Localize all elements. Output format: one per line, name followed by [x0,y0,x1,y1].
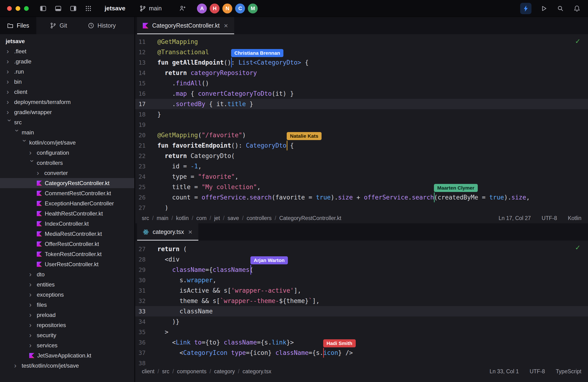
line-number[interactable]: 14 [135,69,146,76]
close-tab-icon[interactable]: × [223,22,229,29]
file-language[interactable]: TypeScript [556,368,581,375]
tree-item[interactable]: ›.run [0,67,134,77]
breadcrumb-item[interactable]: CategoryRestController.kt [279,215,341,222]
workspaces-grid-icon[interactable] [84,4,92,13]
tree-item[interactable]: ›deployments/terraform [0,97,134,107]
tree-item[interactable]: ›.gradle [0,56,134,67]
line-number[interactable]: 15 [135,80,146,87]
file-encoding[interactable]: UTF-8 [530,368,545,375]
line-number[interactable]: 18 [135,111,146,118]
breadcrumb-item[interactable]: src [142,215,149,222]
code-line[interactable]: 12@Transactional [135,47,588,57]
breadcrumb-item[interactable]: category.tsx [242,368,271,375]
tree-item[interactable]: MediaRestController.kt [0,229,134,239]
code-editor-kotlin[interactable]: ✓ 11@GetMapping12@Transactional13fun get… [135,34,588,213]
code-line[interactable]: 16 .map { convertCategoryToDto(it) } [135,89,588,99]
tree-item[interactable]: ›main [0,127,134,137]
line-number[interactable]: 27 [135,204,146,211]
line-number[interactable]: 19 [135,121,146,128]
line-number[interactable]: 36 [135,339,146,346]
line-number[interactable]: 16 [135,90,146,97]
line-number[interactable]: 32 [135,298,146,304]
line-number[interactable]: 13 [135,59,146,66]
smart-mode-button[interactable] [520,3,531,14]
close-window-button[interactable] [7,6,12,11]
breadcrumb-item[interactable]: com [196,215,206,222]
tab-history[interactable]: History [81,17,123,34]
line-number[interactable]: 20 [135,132,146,139]
code-line[interactable]: 18} [135,109,588,120]
tree-item[interactable]: ›security [0,330,134,340]
line-number[interactable]: 21 [135,142,146,149]
close-tab-icon[interactable]: × [188,228,193,236]
code-line[interactable]: 27return ( [135,244,588,254]
tree-item[interactable]: JetSaveApplication.kt [0,350,134,360]
tree-item[interactable]: IndexController.kt [0,219,134,229]
code-line[interactable]: 13fun getAllEndpoint(): List<CategoryDto… [135,57,588,68]
run-button[interactable] [540,4,548,13]
tree-item[interactable]: ›files [0,300,134,310]
code-line[interactable]: 37 <CategoryIcon type={icon} className={… [135,348,588,358]
breadcrumb-item[interactable]: client [142,368,155,375]
editor-tab-category-rest-controller[interactable]: CategoryRestController.kt × [137,17,234,34]
toggle-bottom-panel-icon[interactable] [54,4,62,13]
tree-item[interactable]: HealthRestController.kt [0,208,134,219]
line-number[interactable]: 34 [135,318,146,325]
toggle-right-panel-icon[interactable] [69,4,77,13]
tree-item[interactable]: ›repositories [0,320,134,330]
breadcrumb-item[interactable]: kotlin [176,215,189,222]
minimize-window-button[interactable] [16,6,20,11]
tree-item[interactable]: ›src [0,117,134,127]
code-line[interactable]: 22 return CategoryDto( [135,151,588,161]
tree-item[interactable]: UserRestController.kt [0,259,134,269]
code-line[interactable]: 33 className [135,306,588,316]
avatar-a[interactable]: A [197,3,207,13]
tree-item[interactable]: ›.fleet [0,46,134,56]
tree-item[interactable]: OfferRestController.kt [0,239,134,249]
tree-item[interactable]: ›services [0,340,134,350]
tree-item[interactable]: CategoryRestController.kt [0,178,134,188]
line-number[interactable]: 25 [135,184,146,191]
line-number[interactable]: 35 [135,329,146,336]
line-number[interactable]: 28 [135,256,146,263]
avatar-m[interactable]: M [248,3,258,13]
caret-position[interactable]: Ln 17, Col 27 [499,215,531,222]
code-line[interactable]: 29 className={classNames( [135,265,588,275]
line-number[interactable]: 26 [135,194,146,201]
code-line[interactable]: 25 title = "My collection", [135,182,588,192]
caret-position[interactable]: Ln 33, Col 1 [489,368,519,375]
tab-files[interactable]: Files [0,17,36,34]
code-line[interactable]: 11@GetMapping [135,37,588,47]
code-line[interactable]: 28 <div [135,254,588,265]
tree-item[interactable]: ›dto [0,269,134,279]
invite-collaborator-icon[interactable] [179,4,187,13]
line-number[interactable]: 22 [135,153,146,159]
file-encoding[interactable]: UTF-8 [542,215,557,222]
code-editor-tsx[interactable]: ✓ 27return (28 <div29 className={classNa… [135,241,588,366]
line-number[interactable]: 23 [135,163,146,170]
line-number[interactable]: 37 [135,349,146,356]
toggle-left-panel-icon[interactable] [39,4,47,13]
tree-item[interactable]: ›bin [0,77,134,87]
code-line[interactable]: 15 .findAll() [135,78,588,89]
tree-root[interactable]: jetsave [0,36,134,46]
notifications-bell-icon[interactable] [573,4,581,13]
tree-item[interactable]: ›converter [0,168,134,178]
code-line[interactable]: 32 theme && s[`wrapper--theme-${theme}`]… [135,296,588,306]
tree-item[interactable]: ›preload [0,310,134,320]
code-line[interactable]: 26 count = offerService.search(favorite … [135,192,588,202]
breadcrumb-item[interactable]: category [214,368,235,375]
tree-item[interactable]: CommentRestController.kt [0,188,134,198]
tree-item[interactable]: ›controllers [0,158,134,168]
tree-item[interactable]: ExceptionHandlerController [0,198,134,208]
branch-selector[interactable]: main [139,5,162,12]
tree-item[interactable]: ›test/kotlin/com/jet/save [0,360,134,371]
code-line[interactable]: 35 > [135,327,588,337]
breadcrumb-item[interactable]: jet [214,215,220,222]
zoom-window-button[interactable] [24,6,29,11]
breadcrumb-item[interactable]: src [162,368,169,375]
tab-git[interactable]: Git [43,17,74,34]
search-icon[interactable] [556,4,565,13]
line-number[interactable]: 27 [135,246,146,252]
editor-tab-category-tsx[interactable]: category.tsx × [137,223,198,241]
